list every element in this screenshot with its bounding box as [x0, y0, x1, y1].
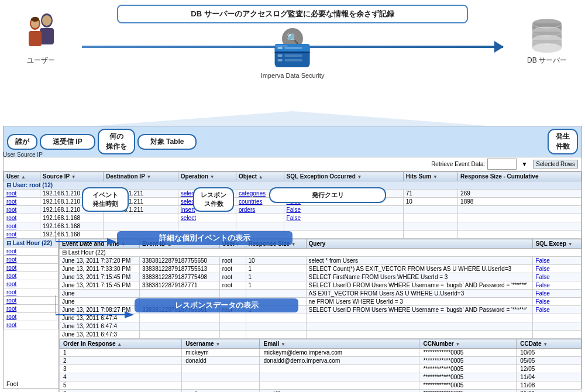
main-cell-1-0: root	[4, 198, 40, 206]
main-table-row-1[interactable]: root192.168.1.210192.168.1.211selectcoun…	[4, 198, 581, 206]
resp-table-row-5[interactable]: 6paulpaul@yyy.com************000501/01	[60, 390, 581, 393]
sub-th-query[interactable]: Query	[306, 239, 533, 249]
sub-table-row-2[interactable]: June 13, 2011 7:15:45 PM3383812287918777…	[60, 273, 581, 281]
main-cell-3-2	[104, 214, 178, 222]
user-figure: ユーザー	[18, 12, 64, 66]
sub-table-row-0[interactable]: June 13, 2011 7:37:20 PM3383812287918775…	[60, 257, 581, 265]
resp-table-row-4[interactable]: 5************000511/08	[60, 381, 581, 390]
resp-th-username[interactable]: Username ▼	[182, 339, 260, 349]
th-dest-ip[interactable]: Destination IP ▼	[104, 172, 178, 181]
sub-cell-6-0: June 13, 2011 7:08:27 PM	[60, 306, 140, 314]
resp-table-row-1[interactable]: 2donaldddonaldd@demo.imperva.com********…	[60, 357, 581, 365]
main-cell-4-7	[458, 222, 581, 231]
resp-cell-3-0: 4	[60, 373, 182, 381]
resp-cell-0-0: 1	[60, 349, 182, 357]
retrieve-input[interactable]	[487, 159, 517, 170]
left-row-6: root	[4, 288, 58, 297]
th-response-size[interactable]: Response Size - Cumulative	[458, 172, 581, 181]
left-cell-2: root	[4, 256, 58, 264]
resp-table-row-3[interactable]: 4************000511/04	[60, 373, 581, 381]
main-cell-4-1: 192.168.1.168	[40, 222, 104, 231]
user-svg	[18, 12, 64, 53]
th-hits-sum[interactable]: Hits Sum ▼	[403, 172, 457, 181]
svg-rect-10	[285, 47, 302, 49]
resp-table-row-0[interactable]: 1mickeymmickeym@demo.imperva.com********…	[60, 349, 581, 357]
sub-cell-0-5: False	[533, 257, 581, 265]
sub-table-row-1[interactable]: June 13, 2011 7:33:30 PM3383812287918775…	[60, 265, 581, 273]
th-source-ip[interactable]: Source IP ▼	[40, 172, 104, 181]
main-table-row-3[interactable]: root192.168.1.168selectFalse	[4, 214, 581, 222]
resp-cell-0-1: mickeym	[182, 349, 260, 357]
sub-cell-7-3	[246, 314, 306, 322]
db-label: DB サーバー	[526, 56, 567, 66]
main-cell-4-6	[403, 222, 457, 231]
main-cell-1-7: 1898	[458, 198, 581, 206]
sub-tbody: ⊟ Last Hour (22) June 13, 2011 7:37:20 P…	[60, 249, 581, 339]
th-sql-exception[interactable]: SQL Exception Occurred ▼	[284, 172, 403, 181]
main-cell-4-3	[178, 222, 236, 231]
main-cell-0-3: select	[178, 190, 236, 198]
count-bubble: 発生 件数	[548, 129, 578, 154]
left-cell-1: root	[4, 247, 58, 256]
resp-th-order[interactable]: Order In Response ▲	[60, 339, 182, 349]
retrieve-row: Retrieve Event Data: ▼ Selected Rows	[4, 157, 581, 171]
sub-cell-2-3: 1	[246, 273, 306, 281]
resp-th-ccdate[interactable]: CCDate ▼	[517, 339, 581, 349]
sub-cell-3-0: June 13, 2011 7:15:45 PM	[60, 281, 140, 290]
db-figure: DB サーバー	[526, 18, 567, 66]
left-row-2: root	[4, 256, 58, 264]
sub-cell-1-2: root	[219, 265, 246, 273]
sub-cell-5-5: False	[533, 298, 581, 306]
left-cell-6: root	[4, 288, 58, 297]
sub-cell-9-2	[219, 331, 246, 339]
resp-cell-5-1: paul	[182, 390, 260, 393]
ip-bubble: 送受信 IP	[40, 134, 95, 150]
resp-cell-2-2	[260, 365, 419, 373]
sub-group-header: ⊟ Last Hour (22)	[60, 249, 581, 257]
main-table-row-4[interactable]: root192.168.1.168	[4, 222, 581, 231]
sub-cell-4-4: AS EXIT_VECTOR FROM Users AS U WHERE U.U…	[306, 290, 533, 298]
main-cell-2-5: False	[284, 206, 403, 214]
imperva-device-svg	[269, 32, 316, 70]
svg-rect-1	[40, 28, 54, 44]
main-table-row-2[interactable]: root192.168.1.210192.168.1.211insertorde…	[4, 206, 581, 214]
resp-cell-3-2	[260, 373, 419, 381]
top-banner: DB サーバーのアクセスログ監査に必要な情報を余さず記録	[117, 5, 468, 23]
sub-table-row-4[interactable]: JuneAS EXIT_VECTOR FROM Users AS U WHERE…	[60, 290, 581, 298]
sub-cell-8-2	[219, 322, 246, 331]
sub-table-row-8[interactable]: June 13, 2011 6:47:4	[60, 322, 581, 331]
th-operation[interactable]: Operation ▼	[178, 172, 236, 181]
resp-cell-4-1	[182, 381, 260, 390]
filter-icon[interactable]: ▼	[521, 161, 527, 167]
main-data-table: User ▲ Source IP ▼ Destination IP ▼ Oper…	[4, 171, 581, 239]
sub-cell-3-3: 1	[246, 281, 306, 290]
main-cell-0-4: categories	[236, 190, 284, 198]
sub-table-row-9[interactable]: June 13, 2011 6:47:3	[60, 331, 581, 339]
sub-table-row-7[interactable]: June 13, 2011 6:47:4	[60, 314, 581, 322]
th-object[interactable]: Object ▲	[236, 172, 284, 181]
retrieve-label: Retrieve Event Data:	[431, 161, 485, 167]
sub-cell-8-5	[533, 322, 581, 331]
sub-cell-9-1	[139, 331, 219, 339]
sub-table-row-3[interactable]: June 13, 2011 7:15:45 PM3383812287918777…	[60, 281, 581, 290]
sub-cell-1-3: 1	[246, 265, 306, 273]
sub-cell-9-3	[246, 331, 306, 339]
main-table-row-0[interactable]: root192.168.1.210192.168.1.211selectcate…	[4, 190, 581, 198]
sub-cell-3-2: root	[219, 281, 246, 290]
resp-cell-2-0: 3	[60, 365, 182, 373]
sub-th-sql-excep[interactable]: SQL Excep ▼	[533, 239, 581, 249]
resp-cell-4-3: ************0005	[419, 381, 517, 390]
svg-rect-16	[276, 45, 288, 47]
main-table-row-5[interactable]: root192.168.1.168	[4, 231, 581, 239]
selected-rows-label: Selected Rows	[533, 160, 578, 169]
resp-th-ccnumber[interactable]: CCNumber ▼	[419, 339, 517, 349]
th-user[interactable]: User ▲	[4, 172, 40, 181]
left-row-1: root	[4, 247, 58, 256]
sub-group-header-cell: ⊟ Last Hour (22)	[60, 249, 581, 257]
sub-cell-4-2	[219, 290, 246, 298]
resp-table-row-2[interactable]: 3************000512/05	[60, 365, 581, 373]
resp-cell-4-0: 5	[60, 381, 182, 390]
resp-cell-0-3: ************0005	[419, 349, 517, 357]
resp-th-email[interactable]: Email ▼	[260, 339, 419, 349]
svg-point-2	[42, 15, 51, 26]
